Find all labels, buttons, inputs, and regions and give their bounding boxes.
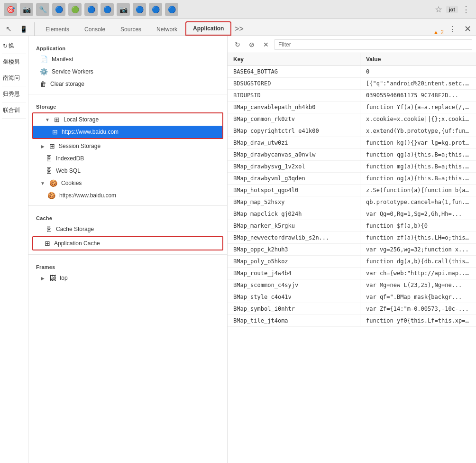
stop-button[interactable]: ⊘ — [246, 38, 258, 51]
table-row[interactable]: BMap_draw_utw0zi function kg(){}var lg=k… — [228, 137, 476, 149]
frames-expand-icon[interactable] — [40, 275, 46, 281]
table-row[interactable]: BMap_marker_k5rgku function $f(a,b){0 — [228, 220, 476, 232]
table-row[interactable]: BMap_map_52hsxy qb.prototype.cancel=ha(1… — [228, 196, 476, 208]
tab-application[interactable]: Application — [185, 21, 231, 36]
browser-icon-8[interactable]: 📷 — [117, 3, 130, 16]
browser-icon-6[interactable]: 🔵 — [84, 3, 98, 16]
sidebar-item-cookies[interactable]: 🍪 Cookies — [28, 177, 227, 189]
browser-icon-7[interactable]: 🔵 — [101, 3, 114, 16]
table-row[interactable]: BMap_hotspot_qgo4l0 z.Se(function(a){fun… — [228, 185, 476, 196]
table-row[interactable]: BMap_drawbyvml_g3qden function og(a){thi… — [228, 173, 476, 185]
sidebar-item-indexeddb[interactable]: 🗄 IndexedDB — [28, 152, 227, 165]
sidebar-item-baidu-local[interactable]: ⊞ https://www.baidu.com — [33, 126, 222, 138]
table-cell-key: BMap_common_rk0ztv — [228, 113, 360, 125]
manifest-icon: 📄 — [40, 56, 48, 63]
table-cell-value: function mg(a){this.B=a;this.h... — [360, 161, 476, 172]
page-content-strip: ↻ 换 坐楼男 南海问 归秀恩 联合训 — [0, 36, 28, 463]
sidebar-item-local-storage[interactable]: ⊞ Local Storage — [33, 113, 222, 126]
refresh-button[interactable]: ↻ — [231, 38, 244, 51]
cookies-baidu-url: https://www.baidu.com — [59, 192, 116, 199]
table-cell-key: BMap_tile_jt4oma — [228, 315, 360, 326]
websql-icon: 🗄 — [46, 167, 52, 175]
browser-icon-4[interactable]: 🔵 — [52, 3, 65, 16]
tab-elements[interactable]: Elements — [38, 23, 76, 36]
browser-top-bar: 🎯 📷 🔧 🔵 🟢 🔵 🔵 📷 🔵 🔵 🔵 ☆ jot ⋮ — [0, 0, 476, 19]
tab-network[interactable]: Network — [149, 23, 184, 36]
left-item-3: 南海问 — [2, 70, 26, 86]
device-toolbar-icon[interactable]: 📱 — [17, 22, 30, 36]
table-row[interactable]: BMap_common_rk0ztv x.cookie=x.cookie||{}… — [228, 113, 476, 125]
sidebar-item-cache-storage[interactable]: 🗄 Cache Storage — [28, 223, 227, 235]
filter-input[interactable] — [274, 39, 472, 50]
table-row[interactable]: BMap_style_c4o41v var qf=".BMap_mask{bac… — [228, 291, 476, 303]
sidebar-item-session-storage[interactable]: ⊞ Session Storage — [28, 140, 227, 152]
browser-icon-10[interactable]: 🔵 — [149, 3, 162, 16]
table-row[interactable]: BMap_route_j4w4b4 var ch={web:"http://ap… — [228, 268, 476, 279]
browser-icon-9[interactable]: 🔵 — [133, 3, 146, 16]
table-header: Key Value — [228, 53, 476, 66]
cookies-label: Cookies — [61, 180, 82, 186]
table-row[interactable]: BMap_oppc_k2huh3 var vg=256,wg=32;functi… — [228, 244, 476, 256]
local-storage-group-box: ⊞ Local Storage ⊞ https://www.baidu.com — [32, 112, 223, 139]
table-row[interactable]: BIDUPSID 039055946061175 9C748F2D... — [228, 90, 476, 102]
browser-icon-3[interactable]: 🔧 — [36, 3, 49, 16]
table-cell-value: x.cookie=x.cookie||{};x.cookie... — [360, 113, 476, 125]
session-storage-icon: ⊞ — [49, 142, 55, 150]
data-table: Key Value BASE64_BOTTAG 0 BDSUGSTORED [{… — [228, 53, 476, 463]
table-row[interactable]: BMap_drawbysvg_1v2xol function mg(a){thi… — [228, 161, 476, 173]
table-row[interactable]: BASE64_BOTTAG 0 — [228, 66, 476, 78]
table-cell-value: var vg=256,wg=32;function x... — [360, 244, 476, 255]
table-row[interactable]: BMap_scommon_c4syjv var Mg=new L(23,25),… — [228, 279, 476, 291]
sidebar-item-app-cache[interactable]: ⊞ Application Cache — [33, 237, 222, 250]
table-row[interactable]: BMap_canvablepath_nh4kb0 function Yf(a){… — [228, 102, 476, 113]
tab-overflow-button[interactable]: >> — [232, 22, 246, 36]
extension-button[interactable]: jot — [446, 6, 458, 13]
table-cell-value: var qf=".BMap_mask{backgr... — [360, 291, 476, 303]
browser-icon-5[interactable]: 🟢 — [68, 3, 82, 16]
sidebar-divider-2 — [28, 205, 227, 206]
table-cell-key: BMap_marker_k5rgku — [228, 220, 360, 232]
sidebar-item-frames-top[interactable]: 🖼 top — [28, 272, 227, 284]
table-row[interactable]: BMap_newvectordrawlib_s2n... function zf… — [228, 232, 476, 244]
table-row[interactable]: BMap_copyrightctrl_e41k00 x.extend(Yb.pr… — [228, 125, 476, 137]
sidebar-item-cookies-baidu[interactable]: 🍪 https://www.baidu.com — [28, 189, 227, 202]
table-row[interactable]: BMap_drawbycanvas_a0nvlw function qg(a){… — [228, 149, 476, 161]
table-cell-value: function yf0{this.Lf=this.xp=t... — [360, 315, 476, 326]
cookies-expand-icon[interactable] — [40, 180, 46, 186]
table-cell-key: BMap_style_c4o41v — [228, 291, 360, 303]
websql-label: Web SQL — [56, 167, 81, 174]
left-item-5: 联合训 — [2, 102, 26, 119]
devtools-close-icon[interactable]: ✕ — [461, 22, 474, 36]
table-cell-value: var Qg=0,Rg=1,Sg=2,Gh,Hh=... — [360, 208, 476, 220]
sidebar-item-websql[interactable]: 🗄 Web SQL — [28, 165, 227, 177]
local-storage-expand-icon[interactable] — [45, 117, 50, 122]
table-cell-key: BDSUGSTORED — [228, 78, 360, 89]
browser-icon-2[interactable]: 📷 — [20, 3, 33, 16]
warning-badge: ▲ 2 — [433, 29, 444, 36]
browser-menu-icon[interactable]: ⋮ — [460, 2, 472, 17]
tab-sources[interactable]: Sources — [113, 23, 148, 36]
session-storage-expand-icon[interactable] — [40, 143, 46, 149]
table-cell-value: function kg(){}var lg=kg.proto... — [360, 137, 476, 148]
warning-count: 2 — [440, 29, 444, 36]
tab-console[interactable]: Console — [77, 23, 112, 36]
inspect-element-icon[interactable]: ↖ — [2, 22, 15, 36]
browser-icon-1[interactable]: 🎯 — [4, 3, 17, 16]
sidebar-item-service-workers[interactable]: ⚙️ Service Workers — [28, 65, 227, 78]
table-row[interactable]: BDSUGSTORED [{"q":"android%20intent.setc… — [228, 78, 476, 90]
table-row[interactable]: BMap_mapclick_gj024h var Qg=0,Rg=1,Sg=2,… — [228, 208, 476, 220]
table-row[interactable]: BMap_tile_jt4oma function yf0{this.Lf=th… — [228, 315, 476, 327]
sidebar-item-clear-storage[interactable]: 🗑 Clear storage — [28, 78, 227, 90]
clear-button[interactable]: ✕ — [260, 38, 272, 51]
table-cell-key: BMap_draw_utw0zi — [228, 137, 360, 148]
table-row[interactable]: BMap_poly_o5hkoz function dg(a,b){db.cal… — [228, 256, 476, 268]
bookmark-star-icon[interactable]: ☆ — [433, 2, 444, 17]
devtools-settings-icon[interactable]: ⋮ — [446, 22, 459, 36]
table-header-value: Value — [360, 53, 476, 65]
table-cell-key: BMap_map_52hsxy — [228, 196, 360, 208]
table-row[interactable]: BMap_symbol_i0nhtr var Zf={14:"m-0.00573… — [228, 303, 476, 315]
browser-icon-11[interactable]: 🔵 — [165, 3, 178, 16]
table-cell-key: BMap_oppc_k2huh3 — [228, 244, 360, 255]
sidebar-divider-1 — [28, 94, 227, 94]
sidebar-item-manifest[interactable]: 📄 Manifest — [28, 53, 227, 65]
